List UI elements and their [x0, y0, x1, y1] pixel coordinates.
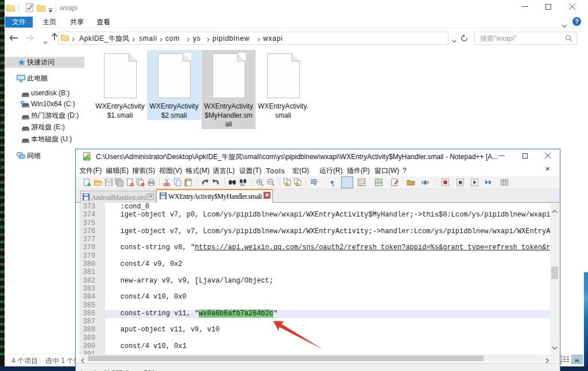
svg-text:¶: ¶	[331, 179, 334, 187]
svg-text:ab: ab	[240, 183, 245, 187]
